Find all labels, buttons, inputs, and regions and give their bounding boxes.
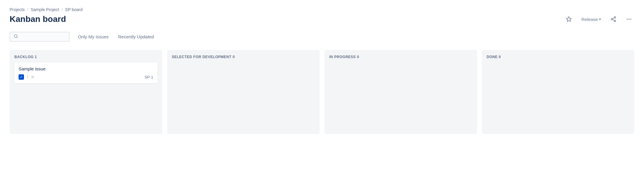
recently-updated-button[interactable]: Recently Updated [117,32,155,41]
search-icon [14,34,18,39]
star-icon [566,16,572,22]
page-container: Projects / Sample Project / SP board Kan… [0,0,644,141]
more-button[interactable] [624,14,634,25]
svg-point-2 [611,19,613,20]
column-done: DONE 0 [482,50,635,134]
svg-line-5 [613,18,614,19]
page-title: Kanban board [10,14,66,24]
search-box[interactable] [10,32,69,42]
table-row[interactable]: Sample issue✓↑SP-1 [14,63,158,83]
priority-icon: ↑ [26,74,29,80]
share-button[interactable] [608,14,619,25]
breadcrumb-sample-project[interactable]: Sample Project [31,7,59,12]
card-icons: ✓↑ [19,74,34,80]
breadcrumb: Projects / Sample Project / SP board [10,7,634,12]
card-id: SP-1 [145,75,153,79]
star-button[interactable] [563,14,574,25]
status-dot-icon [31,76,34,79]
svg-point-6 [627,19,628,19]
checkbox-icon[interactable]: ✓ [19,74,24,80]
share-icon [610,16,616,22]
column-backlog: BACKLOG 1Sample issue✓↑SP-1 [10,50,162,134]
svg-point-8 [630,19,631,19]
header-row: Kanban board Release ▾ [10,14,634,25]
svg-point-3 [614,20,616,22]
breadcrumb-sp-board[interactable]: SP board [65,7,82,12]
column-header-in-progress: IN PROGRESS 0 [329,55,472,59]
svg-point-9 [14,35,17,37]
search-input[interactable] [20,34,65,39]
svg-line-4 [613,19,614,20]
release-label: Release [581,17,598,22]
column-in-progress: IN PROGRESS 0 [324,50,477,134]
svg-marker-0 [566,17,572,22]
column-selected: SELECTED FOR DEVELOPMENT 0 [167,50,320,134]
column-header-selected: SELECTED FOR DEVELOPMENT 0 [172,55,315,59]
board-columns: BACKLOG 1Sample issue✓↑SP-1SELECTED FOR … [10,50,634,134]
chevron-down-icon: ▾ [599,17,601,21]
toolbar-row: Only My Issues Recently Updated [10,32,634,42]
svg-point-7 [628,19,629,19]
svg-point-1 [614,17,616,18]
column-header-done: DONE 0 [487,55,630,59]
breadcrumb-sep-1: / [27,7,28,12]
column-header-backlog: BACKLOG 1 [14,55,158,59]
header-actions: Release ▾ [563,14,634,25]
card-footer: ✓↑SP-1 [19,74,153,80]
svg-line-10 [17,37,18,38]
only-my-issues-button[interactable]: Only My Issues [77,32,110,41]
release-button[interactable]: Release ▾ [579,15,603,24]
card-title: Sample issue [19,66,153,71]
more-icon [626,16,632,22]
breadcrumb-projects[interactable]: Projects [10,7,25,12]
breadcrumb-sep-2: / [61,7,63,12]
